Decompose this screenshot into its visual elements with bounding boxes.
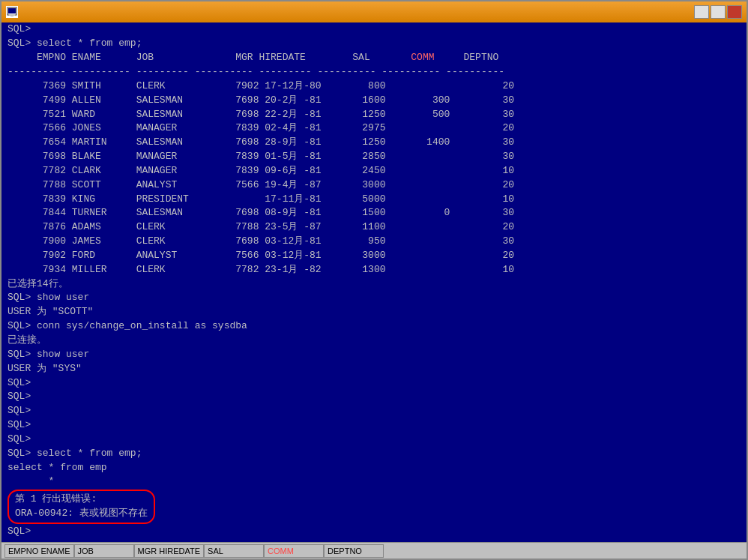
- terminal-line: ORA-00942: 表或视图不存在: [15, 507, 148, 521]
- maximize-button[interactable]: [711, 5, 726, 19]
- terminal-line: 7521 WARD SALESMAN 7698 22-2月 -81 1250 5…: [7, 108, 741, 122]
- terminal-line: 7934 MILLER CLERK 7782 23-1月 -82 1300 10: [7, 263, 741, 277]
- terminal-line: 7839 KING PRESIDENT 17-11月-81 5000 10: [7, 193, 741, 207]
- terminal-line: 7566 JONES MANAGER 7839 02-4月 -81 2975 2…: [7, 121, 741, 136]
- title-bar-left: [6, 6, 22, 18]
- status-cell-5: COMM: [264, 544, 324, 558]
- terminal-line: 已连接。: [7, 334, 741, 348]
- status-bar: EMPNO ENAME JOB MGR HIREDATE SAL COMM DE…: [1, 542, 747, 559]
- svg-rect-1: [8, 8, 16, 13]
- terminal-line: 7654 MARTIN SALESMAN 7698 28-9月 -81 1250…: [7, 136, 741, 150]
- svg-rect-3: [10, 16, 13, 16]
- terminal-line: 7499 ALLEN SALESMAN 7698 20-2月 -81 1600 …: [7, 94, 741, 108]
- terminal-line: SQL>: [7, 22, 741, 37]
- minimize-button[interactable]: [694, 5, 709, 19]
- terminal-line: EMPNO ENAME JOB MGR HIREDATE SAL COMM DE…: [7, 51, 741, 65]
- terminal-line: 7698 BLAKE MANAGER 7839 01-5月 -81 2850 3…: [7, 150, 741, 164]
- terminal-content[interactable]: SQL>SQL>SQL>SQL>SQL>SQL>SQL>SQL>SQL>SQL>…: [1, 22, 747, 542]
- title-bar-controls: [694, 5, 742, 19]
- terminal-line: SQL> select * from emp;: [7, 447, 741, 461]
- status-cell-4: SAL: [204, 544, 264, 558]
- terminal-line: SQL>: [7, 525, 741, 539]
- terminal-line: 第 1 行出现错误:: [15, 493, 148, 507]
- terminal-line: SQL>: [7, 418, 741, 433]
- terminal-line: USER 为 "SYS": [7, 362, 741, 376]
- terminal-line: SQL>: [7, 404, 741, 418]
- close-button[interactable]: [727, 5, 742, 19]
- terminal-line: 7369 SMITH CLERK 7902 17-12月-80 800 20: [7, 79, 741, 94]
- terminal-line: SQL>: [7, 390, 741, 404]
- status-cell-6: DEPTNO: [324, 544, 384, 558]
- terminal-line: select * from emp: [7, 461, 741, 475]
- terminal-line: 7844 TURNER SALESMAN 7698 08-9月 -81 1500…: [7, 206, 741, 220]
- terminal-line: SQL>: [7, 433, 741, 447]
- terminal-line: SQL> show user: [7, 291, 741, 305]
- terminal-line: USER 为 "SCOTT": [7, 305, 741, 319]
- terminal-line: SQL>: [7, 376, 741, 391]
- svg-rect-2: [9, 14, 15, 16]
- terminal-line: 7876 ADAMS CLERK 7788 23-5月 -87 1100 20: [7, 220, 741, 235]
- terminal-line: 7788 SCOTT ANALYST 7566 19-4月 -87 3000 2…: [7, 178, 741, 193]
- terminal-window: SQL>SQL>SQL>SQL>SQL>SQL>SQL>SQL>SQL>SQL>…: [1, 22, 747, 542]
- terminal-line: ---------- ---------- --------- --------…: [7, 65, 741, 79]
- status-cell-3: MGR HIREDATE: [134, 544, 205, 558]
- terminal-line: 7782 CLARK MANAGER 7839 09-6月 -81 2450 1…: [7, 164, 741, 178]
- status-cell-1: EMPNO ENAME: [4, 544, 74, 558]
- terminal-line: SQL> show user: [7, 348, 741, 362]
- terminal-line: 已选择14行。: [7, 277, 741, 292]
- terminal-line: SQL> conn sys/change_on_install as sysdb…: [7, 319, 741, 334]
- terminal-line: *: [7, 475, 741, 489]
- terminal-line: 7902 FORD ANALYST 7566 03-12月-81 3000 20: [7, 249, 741, 263]
- terminal-line: 7900 JAMES CLERK 7698 03-12月-81 950 30: [7, 235, 741, 249]
- title-bar: [1, 1, 747, 22]
- app-icon: [6, 6, 18, 18]
- main-window: SQL>SQL>SQL>SQL>SQL>SQL>SQL>SQL>SQL>SQL>…: [0, 0, 748, 560]
- terminal-line: SQL> select * from emp;: [7, 37, 741, 51]
- status-cell-2: JOB: [74, 544, 134, 558]
